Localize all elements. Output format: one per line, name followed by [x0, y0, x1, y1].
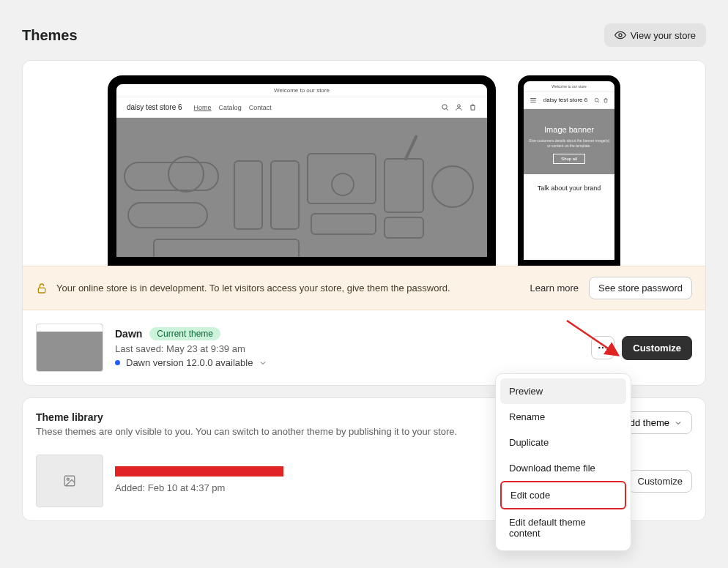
nav-contact: Contact	[249, 104, 272, 111]
current-theme-badge: Current theme	[149, 327, 220, 340]
mobile-preview: Welcome to our store daisy test store 6 …	[518, 75, 620, 266]
bag-icon	[603, 97, 609, 103]
mobile-store-name: daisy test store 6	[543, 97, 587, 104]
menu-icon	[530, 97, 537, 104]
library-title: Theme library	[36, 411, 457, 423]
svg-point-3	[458, 105, 461, 108]
theme-preview-area: Welcome to our store daisy test store 6 …	[23, 61, 705, 266]
menu-item-rename[interactable]: Rename	[500, 404, 626, 430]
theme-thumbnail	[36, 324, 103, 372]
svg-point-11	[602, 347, 603, 348]
menu-item-download[interactable]: Download theme file	[500, 455, 626, 481]
library-customize-button[interactable]: Customize	[628, 470, 692, 493]
store-nav: Home Catalog Contact	[194, 104, 272, 111]
mobile-brand-text: Talk about your brand	[524, 174, 614, 202]
svg-line-2	[447, 109, 448, 111]
store-announce-bar: Welcome to our store	[116, 84, 487, 97]
version-available-line[interactable]: Dawn version 12.0.0 available	[115, 357, 579, 368]
image-placeholder-icon	[63, 474, 76, 487]
menu-item-edit-code[interactable]: Edit code	[500, 481, 626, 509]
library-subtitle: These themes are only visible to you. Yo…	[36, 426, 457, 437]
dev-mode-banner: Your online store is in development. To …	[23, 266, 705, 310]
chevron-down-icon	[674, 419, 683, 427]
user-icon	[455, 103, 463, 111]
store-body	[116, 118, 487, 264]
customize-button[interactable]: Customize	[622, 336, 692, 360]
nav-catalog: Catalog	[219, 104, 242, 111]
learn-more-link[interactable]: Learn more	[530, 283, 579, 294]
page-header: Themes View your store	[22, 0, 706, 60]
svg-point-7	[595, 98, 598, 102]
see-store-password-button[interactable]: See store password	[589, 277, 692, 299]
library-thumbnail	[36, 455, 103, 507]
svg-point-14	[67, 478, 69, 480]
more-actions-button[interactable]	[591, 336, 614, 359]
search-icon	[594, 97, 600, 103]
svg-point-10	[598, 347, 600, 348]
store-name: daisy test store 6	[127, 103, 182, 111]
mobile-announce-bar: Welcome to our store	[524, 81, 614, 92]
page-title: Themes	[22, 27, 78, 44]
eye-icon	[614, 29, 626, 41]
chevron-down-icon	[259, 359, 267, 367]
svg-point-0	[619, 34, 622, 37]
ellipsis-icon	[597, 342, 609, 354]
search-icon	[441, 103, 449, 111]
desktop-preview: Welcome to our store daisy test store 6 …	[108, 75, 496, 266]
update-dot-icon	[115, 360, 120, 365]
last-saved-text: Last saved: May 23 at 9:39 am	[115, 343, 579, 354]
version-available-text: Dawn version 12.0.0 available	[126, 357, 253, 368]
current-theme-card: Welcome to our store daisy test store 6 …	[22, 60, 706, 386]
theme-name: Dawn	[115, 328, 142, 340]
svg-rect-9	[38, 288, 45, 293]
menu-item-duplicate[interactable]: Duplicate	[500, 430, 626, 455]
redacted-theme-name	[115, 466, 283, 477]
bag-icon	[469, 103, 477, 111]
mobile-banner-title: Image banner	[528, 125, 610, 134]
theme-actions-menu: Preview Rename Duplicate Download theme …	[495, 373, 631, 551]
nav-home: Home	[194, 104, 212, 111]
mobile-banner-button: Shop all	[553, 154, 585, 164]
svg-point-1	[442, 105, 447, 109]
store-header-icons	[441, 103, 477, 111]
menu-item-edit-default[interactable]: Edit default theme content	[500, 509, 626, 546]
menu-item-preview[interactable]: Preview	[500, 378, 626, 404]
store-header: daisy test store 6 Home Catalog Contact	[116, 97, 487, 118]
view-store-label: View your store	[631, 30, 696, 41]
svg-point-12	[606, 347, 607, 348]
svg-line-8	[598, 102, 599, 102]
mobile-banner-sub: Give customers details about the banner …	[528, 138, 610, 148]
view-store-button[interactable]: View your store	[604, 23, 706, 47]
dev-banner-text: Your online store is in development. To …	[56, 283, 450, 294]
lock-icon	[36, 283, 48, 294]
mobile-banner: Image banner Give customers details abou…	[524, 109, 614, 174]
